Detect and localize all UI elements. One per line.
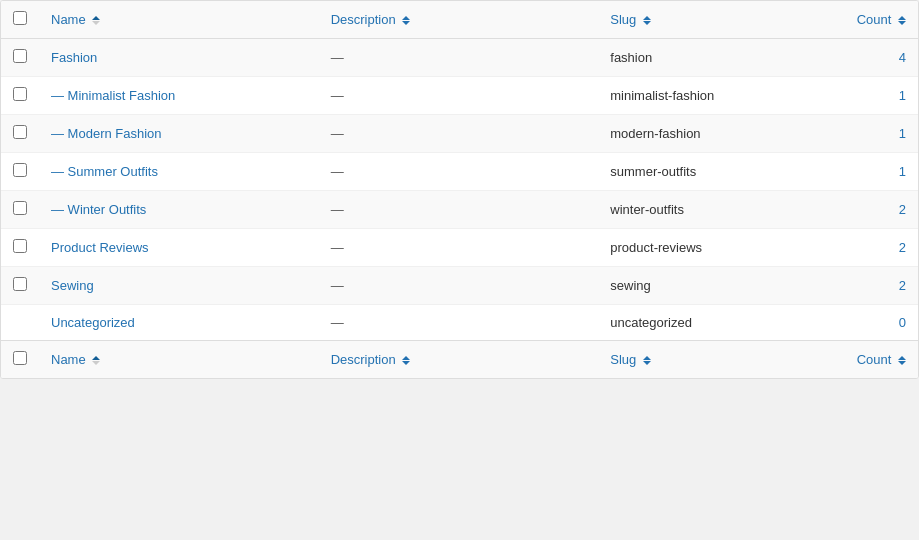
- row-name-cell: — Minimalist Fashion: [39, 77, 319, 115]
- row-description-cell: —: [319, 267, 599, 305]
- row-checkbox[interactable]: [13, 125, 27, 139]
- table-row: — Winter Outfits—winter-outfits2: [1, 191, 918, 229]
- row-count-cell: 1: [818, 77, 918, 115]
- row-checkbox[interactable]: [13, 201, 27, 215]
- row-name-cell: — Modern Fashion: [39, 115, 319, 153]
- count-link[interactable]: 1: [899, 126, 906, 141]
- category-name-link[interactable]: — Winter Outfits: [51, 202, 146, 217]
- row-slug-cell: winter-outfits: [598, 191, 818, 229]
- description-sort-icon[interactable]: [402, 16, 410, 25]
- slug-footer-label: Slug: [610, 352, 636, 367]
- count-link[interactable]: 0: [899, 315, 906, 330]
- description-value: —: [331, 88, 344, 103]
- description-value: —: [331, 164, 344, 179]
- row-checkbox-cell: [1, 39, 39, 77]
- slug-value: uncategorized: [610, 315, 692, 330]
- sort-up-arrow: [898, 356, 906, 360]
- row-description-cell: —: [319, 305, 599, 341]
- description-footer-label: Description: [331, 352, 396, 367]
- slug-value: modern-fashion: [610, 126, 700, 141]
- row-count-cell: 4: [818, 39, 918, 77]
- table-row: — Summer Outfits—summer-outfits1: [1, 153, 918, 191]
- slug-footer-sort-icon[interactable]: [643, 356, 651, 365]
- row-description-cell: —: [319, 39, 599, 77]
- row-slug-cell: sewing: [598, 267, 818, 305]
- count-link[interactable]: 2: [899, 202, 906, 217]
- category-name-link[interactable]: Product Reviews: [51, 240, 149, 255]
- category-name-link[interactable]: Fashion: [51, 50, 97, 65]
- description-value: —: [331, 315, 344, 330]
- sort-down-arrow: [92, 361, 100, 365]
- row-checkbox[interactable]: [13, 163, 27, 177]
- slug-value: winter-outfits: [610, 202, 684, 217]
- table-footer-row: Name Description Slug: [1, 341, 918, 379]
- description-footer-sort-icon[interactable]: [402, 356, 410, 365]
- row-checkbox[interactable]: [13, 239, 27, 253]
- row-count-cell: 0: [818, 305, 918, 341]
- slug-value: fashion: [610, 50, 652, 65]
- row-checkbox[interactable]: [13, 49, 27, 63]
- row-count-cell: 1: [818, 115, 918, 153]
- row-checkbox-cell: [1, 77, 39, 115]
- sort-up-arrow: [402, 356, 410, 360]
- description-footer-header[interactable]: Description: [319, 341, 599, 379]
- row-slug-cell: uncategorized: [598, 305, 818, 341]
- sort-up-arrow: [898, 16, 906, 20]
- row-checkbox[interactable]: [13, 87, 27, 101]
- slug-value: summer-outfits: [610, 164, 696, 179]
- count-footer-header[interactable]: Count: [818, 341, 918, 379]
- count-footer-sort-icon[interactable]: [898, 356, 906, 365]
- table-row: Product Reviews—product-reviews2: [1, 229, 918, 267]
- row-count-cell: 2: [818, 191, 918, 229]
- count-link[interactable]: 2: [899, 240, 906, 255]
- table-row: Sewing—sewing2: [1, 267, 918, 305]
- slug-footer-header[interactable]: Slug: [598, 341, 818, 379]
- count-column-header[interactable]: Count: [818, 1, 918, 39]
- category-name-link[interactable]: — Summer Outfits: [51, 164, 158, 179]
- sort-up-arrow: [402, 16, 410, 20]
- count-sort-icon[interactable]: [898, 16, 906, 25]
- row-count-cell: 1: [818, 153, 918, 191]
- row-slug-cell: minimalist-fashion: [598, 77, 818, 115]
- name-column-header[interactable]: Name: [39, 1, 319, 39]
- slug-sort-icon[interactable]: [643, 16, 651, 25]
- category-name-link[interactable]: — Modern Fashion: [51, 126, 162, 141]
- name-footer-header[interactable]: Name: [39, 341, 319, 379]
- count-link[interactable]: 1: [899, 88, 906, 103]
- row-description-cell: —: [319, 77, 599, 115]
- count-link[interactable]: 1: [899, 164, 906, 179]
- table-row: Fashion—fashion4: [1, 39, 918, 77]
- name-sort-icon[interactable]: [92, 16, 100, 25]
- select-all-footer-checkbox[interactable]: [13, 351, 27, 365]
- row-count-cell: 2: [818, 229, 918, 267]
- select-all-header[interactable]: [1, 1, 39, 39]
- count-footer-label: Count: [857, 352, 892, 367]
- slug-column-header[interactable]: Slug: [598, 1, 818, 39]
- sort-down-arrow: [898, 21, 906, 25]
- name-footer-sort-icon[interactable]: [92, 356, 100, 365]
- sort-down-arrow: [402, 361, 410, 365]
- row-checkbox[interactable]: [13, 277, 27, 291]
- description-column-header[interactable]: Description: [319, 1, 599, 39]
- category-name-link[interactable]: Sewing: [51, 278, 94, 293]
- table-body: Fashion—fashion4— Minimalist Fashion—min…: [1, 39, 918, 341]
- categories-table: Name Description Slug: [0, 0, 919, 379]
- description-value: —: [331, 202, 344, 217]
- table-row: Uncategorized—uncategorized0: [1, 305, 918, 341]
- slug-column-label: Slug: [610, 12, 636, 27]
- row-checkbox-cell: [1, 191, 39, 229]
- sort-up-arrow: [643, 16, 651, 20]
- category-name-link[interactable]: — Minimalist Fashion: [51, 88, 175, 103]
- count-link[interactable]: 4: [899, 50, 906, 65]
- category-name-link[interactable]: Uncategorized: [51, 315, 135, 330]
- row-slug-cell: fashion: [598, 39, 818, 77]
- row-name-cell: Uncategorized: [39, 305, 319, 341]
- select-all-checkbox[interactable]: [13, 11, 27, 25]
- row-description-cell: —: [319, 191, 599, 229]
- description-value: —: [331, 50, 344, 65]
- count-column-label: Count: [857, 12, 892, 27]
- count-link[interactable]: 2: [899, 278, 906, 293]
- select-all-footer[interactable]: [1, 341, 39, 379]
- row-name-cell: Fashion: [39, 39, 319, 77]
- row-description-cell: —: [319, 153, 599, 191]
